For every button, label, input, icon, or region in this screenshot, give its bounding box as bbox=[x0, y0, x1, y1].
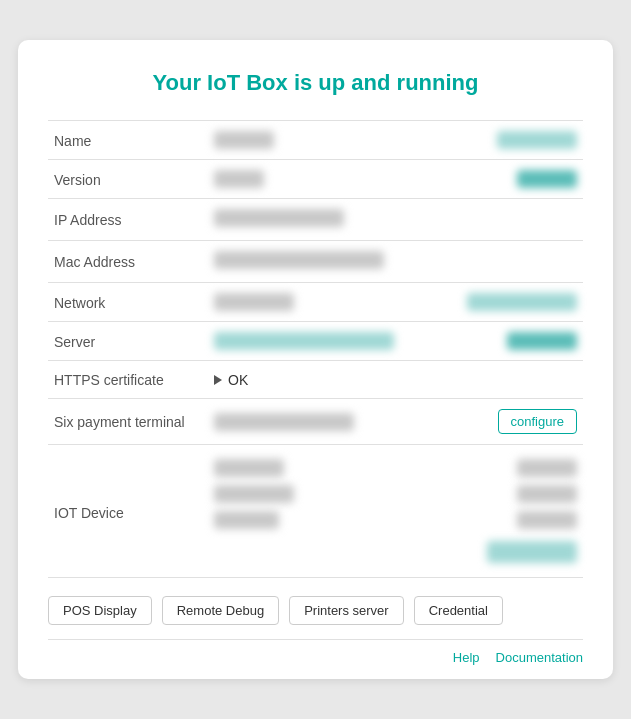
server-action-blur bbox=[507, 332, 577, 350]
printers-server-button[interactable]: Printers server bbox=[289, 596, 404, 625]
main-card: Your IoT Box is up and running Name Vers… bbox=[18, 40, 613, 679]
https-status: OK bbox=[228, 372, 248, 388]
six-payment-value: configure bbox=[208, 399, 583, 445]
help-link[interactable]: Help bbox=[453, 650, 480, 665]
server-value bbox=[208, 322, 583, 361]
iot-device-item-3 bbox=[214, 511, 577, 529]
iot-bottom-action bbox=[487, 541, 577, 563]
mac-address-label: Mac Address bbox=[48, 241, 208, 283]
footer-buttons: POS Display Remote Debug Printers server… bbox=[48, 578, 583, 639]
network-row: Network bbox=[48, 283, 583, 322]
iot-device-value bbox=[208, 445, 583, 578]
iot-device-item-1 bbox=[214, 459, 577, 477]
https-cert-row: HTTPS certificate OK bbox=[48, 361, 583, 399]
ip-address-label: IP Address bbox=[48, 199, 208, 241]
iot-device-label: IOT Device bbox=[48, 445, 208, 578]
six-payment-label: Six payment terminal bbox=[48, 399, 208, 445]
six-payment-row: Six payment terminal configure bbox=[48, 399, 583, 445]
info-table: Name Version IP Address bbox=[48, 120, 583, 578]
mac-address-value bbox=[208, 241, 583, 283]
network-blur bbox=[214, 293, 294, 311]
name-row: Name bbox=[48, 121, 583, 160]
version-action-blur bbox=[517, 170, 577, 188]
version-label: Version bbox=[48, 160, 208, 199]
iot-device-row: IOT Device bbox=[48, 445, 583, 578]
ip-address-row: IP Address bbox=[48, 199, 583, 241]
footer-links: Help Documentation bbox=[48, 639, 583, 679]
mac-address-blur bbox=[214, 251, 384, 269]
server-label: Server bbox=[48, 322, 208, 361]
name-value bbox=[208, 121, 583, 160]
server-url-blur bbox=[214, 332, 394, 350]
page-title: Your IoT Box is up and running bbox=[48, 70, 583, 96]
https-cert-value: OK bbox=[208, 361, 583, 399]
credential-button[interactable]: Credential bbox=[414, 596, 503, 625]
mac-address-row: Mac Address bbox=[48, 241, 583, 283]
network-value bbox=[208, 283, 583, 322]
network-label: Network bbox=[48, 283, 208, 322]
name-action-blur bbox=[497, 131, 577, 149]
name-label: Name bbox=[48, 121, 208, 160]
pos-display-button[interactable]: POS Display bbox=[48, 596, 152, 625]
configure-button[interactable]: configure bbox=[498, 409, 577, 434]
six-payment-blur bbox=[214, 413, 354, 431]
ip-address-value bbox=[208, 199, 583, 241]
server-row: Server bbox=[48, 322, 583, 361]
https-cert-label: HTTPS certificate bbox=[48, 361, 208, 399]
name-blur bbox=[214, 131, 274, 149]
remote-debug-button[interactable]: Remote Debug bbox=[162, 596, 279, 625]
iot-device-item-2 bbox=[214, 485, 577, 503]
network-action-blur bbox=[467, 293, 577, 311]
version-row: Version bbox=[48, 160, 583, 199]
documentation-link[interactable]: Documentation bbox=[496, 650, 583, 665]
triangle-icon bbox=[214, 375, 222, 385]
ip-address-blur bbox=[214, 209, 344, 227]
version-blur bbox=[214, 170, 264, 188]
version-value bbox=[208, 160, 583, 199]
